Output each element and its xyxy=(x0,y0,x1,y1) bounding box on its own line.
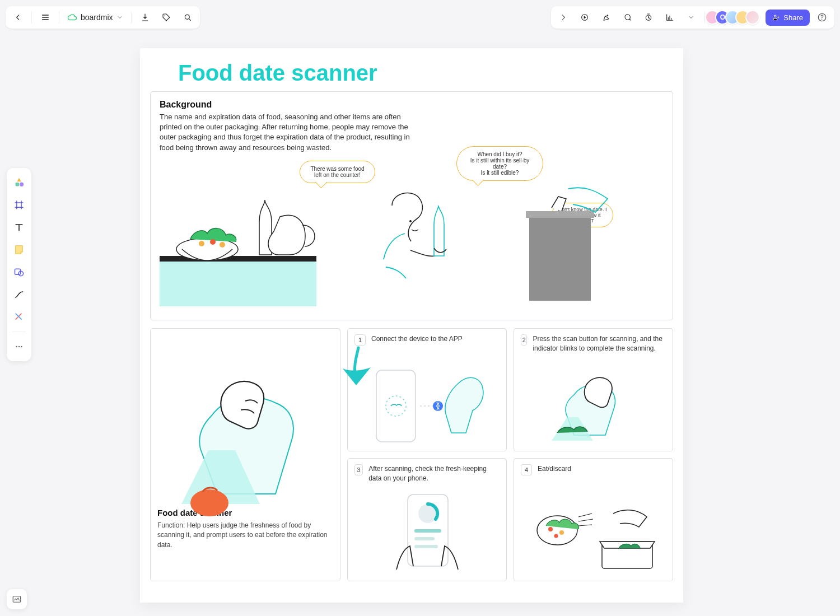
download-icon xyxy=(141,13,150,22)
svg-rect-22 xyxy=(529,217,591,301)
left-tool-panel xyxy=(7,168,31,361)
celebrate-button[interactable] xyxy=(597,8,615,26)
svg-point-10 xyxy=(18,271,23,276)
comment-button[interactable] xyxy=(618,8,636,26)
avatars: O xyxy=(710,10,760,25)
svg-point-6 xyxy=(822,19,823,20)
chevron-down-icon xyxy=(116,14,123,21)
step-text: Press the scan button for scanning, and … xyxy=(533,334,666,353)
more-button[interactable] xyxy=(682,8,700,26)
scanner-hero-illustration xyxy=(161,365,329,522)
svg-rect-32 xyxy=(414,545,438,548)
svg-rect-15 xyxy=(160,262,316,306)
svg-point-4 xyxy=(774,15,777,17)
svg-point-13 xyxy=(21,346,22,347)
scene-illustration: There was some food left on the counter!… xyxy=(160,155,664,312)
curve-icon xyxy=(13,289,25,300)
step-text: Connect the device to the APP xyxy=(371,334,463,344)
svg-rect-14 xyxy=(13,596,21,603)
svg-point-8 xyxy=(20,183,24,186)
avatar-user-4[interactable] xyxy=(745,10,760,25)
background-heading: Background xyxy=(160,100,664,110)
back-button[interactable] xyxy=(9,8,27,26)
cloud-icon xyxy=(67,12,77,22)
step3-illustration xyxy=(368,491,486,575)
scene-svg xyxy=(160,166,664,312)
frame-tool[interactable] xyxy=(9,195,29,215)
sticky-note-tool[interactable] xyxy=(9,240,29,260)
svg-point-20 xyxy=(220,242,225,248)
step-number: 1 xyxy=(354,334,366,346)
hamburger-icon xyxy=(41,13,50,22)
pen-tool[interactable] xyxy=(9,307,29,327)
chevron-right-icon xyxy=(559,13,567,21)
step2-illustration xyxy=(535,372,652,445)
step-number: 3 xyxy=(354,464,363,475)
arrow-illustration xyxy=(336,345,375,390)
svg-point-0 xyxy=(164,15,165,16)
timer-icon xyxy=(644,13,653,22)
svg-rect-7 xyxy=(16,183,19,186)
svg-point-12 xyxy=(18,346,20,347)
svg-rect-16 xyxy=(160,256,316,262)
svg-point-24 xyxy=(190,489,228,516)
chart-icon xyxy=(665,13,674,22)
svg-point-18 xyxy=(199,241,204,246)
steps-grid: Food date scanner Function: Help users j… xyxy=(150,328,673,581)
svg-point-1 xyxy=(185,15,189,19)
step-number: 4 xyxy=(521,464,532,475)
tag-icon xyxy=(162,13,171,22)
more-tools-button[interactable] xyxy=(9,337,29,357)
play-circle-icon xyxy=(580,13,589,22)
step-card-4: 4 Eat/discard xyxy=(514,458,673,581)
chart-button[interactable] xyxy=(661,8,679,26)
svg-point-35 xyxy=(559,530,564,535)
help-button[interactable] xyxy=(813,8,831,26)
svg-rect-23 xyxy=(526,211,594,218)
shape-tool[interactable] xyxy=(9,262,29,282)
present-button[interactable] xyxy=(576,8,594,26)
minimap-button[interactable] xyxy=(7,589,27,609)
pen-cross-icon xyxy=(13,311,25,323)
brand-label: boardmix xyxy=(81,13,113,22)
svg-rect-30 xyxy=(414,529,441,533)
connector-tool[interactable] xyxy=(9,284,29,305)
big-card-text: Function: Help users judge the freshness… xyxy=(157,521,333,550)
svg-point-19 xyxy=(210,239,216,245)
search-button[interactable] xyxy=(179,8,197,26)
step-number: 2 xyxy=(521,334,527,346)
background-section: Background The name and expiration data … xyxy=(150,91,673,320)
svg-point-36 xyxy=(554,534,558,538)
svg-point-21 xyxy=(409,220,412,222)
square-circle-icon xyxy=(13,267,25,278)
expand-right-button[interactable] xyxy=(554,8,572,26)
toolbar-right: O Share xyxy=(551,6,834,29)
sticky-note-icon xyxy=(13,244,25,256)
search-icon xyxy=(183,13,192,22)
background-text: The name and expiration data of food, se… xyxy=(160,112,417,153)
comment-icon xyxy=(623,13,632,22)
text-tool[interactable] xyxy=(9,217,29,237)
sparkle-icon xyxy=(601,13,610,22)
dots-icon xyxy=(14,342,24,352)
step4-illustration xyxy=(529,497,658,575)
download-button[interactable] xyxy=(136,8,154,26)
menu-button[interactable] xyxy=(36,8,54,26)
chevron-down-icon xyxy=(688,14,694,21)
tag-button[interactable] xyxy=(157,8,175,26)
top-toolbar: boardmix xyxy=(6,6,834,29)
share-button[interactable]: Share xyxy=(766,10,810,26)
svg-point-34 xyxy=(548,527,553,531)
svg-point-11 xyxy=(16,346,17,347)
step-text: Eat/discard xyxy=(538,464,571,474)
chevron-left-icon xyxy=(14,13,22,21)
big-card: Food date scanner Function: Help users j… xyxy=(150,328,340,581)
page-title: Food date scanner xyxy=(178,60,673,86)
timer-button[interactable] xyxy=(640,8,657,26)
template-tool[interactable] xyxy=(9,172,29,193)
person-plus-icon xyxy=(772,13,780,21)
svg-rect-25 xyxy=(376,370,416,442)
canvas[interactable]: Food date scanner Background The name an… xyxy=(140,48,683,603)
brand[interactable]: boardmix xyxy=(64,12,127,22)
step-text: After scanning, check the fresh-keeping … xyxy=(368,464,500,483)
